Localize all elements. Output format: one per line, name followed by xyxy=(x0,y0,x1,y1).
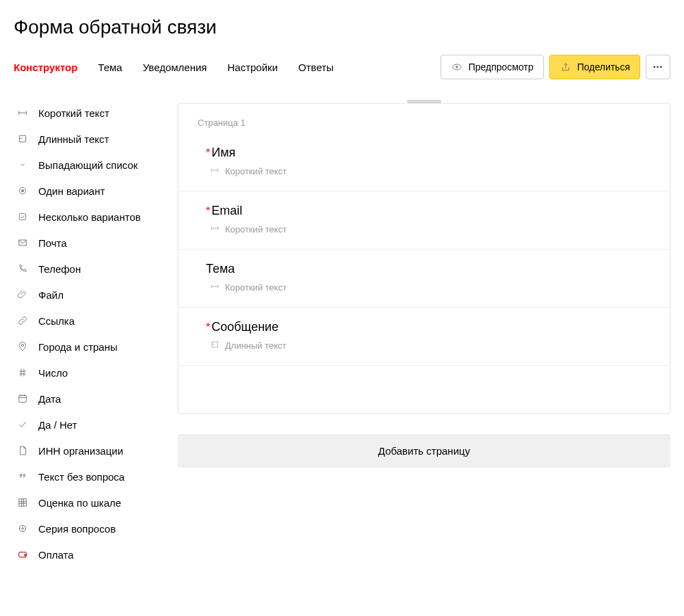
sidebar-item-file[interactable]: Файл xyxy=(14,282,157,308)
field-label: Тема xyxy=(206,262,235,276)
check-icon xyxy=(16,418,29,431)
link-icon xyxy=(16,314,29,327)
tab-constructor[interactable]: Конструктор xyxy=(14,62,77,73)
main-tabs: Конструктор Тема Уведомления Настройки О… xyxy=(14,62,419,73)
share-button[interactable]: Поделиться xyxy=(549,55,640,79)
quote-icon xyxy=(16,470,29,483)
long-text-icon xyxy=(16,133,29,145)
required-marker: * xyxy=(206,321,210,333)
document-icon xyxy=(16,444,29,457)
preview-button[interactable]: Предпросмотр xyxy=(440,55,544,79)
field-label: Имя xyxy=(211,146,235,159)
form-title: Форма обратной связи xyxy=(14,0,670,49)
sidebar-item-label: Файл xyxy=(38,289,64,301)
series-icon xyxy=(16,522,29,535)
sidebar-item-mail[interactable]: Почта xyxy=(14,230,157,256)
svg-point-10 xyxy=(22,528,24,530)
tab-answers[interactable]: Ответы xyxy=(298,62,334,73)
sidebar-item-short-text[interactable]: Короткий текст xyxy=(14,100,157,126)
sidebar-item-label: Серия вопросов xyxy=(38,523,116,535)
sidebar-item-scale[interactable]: Оценка по шкале xyxy=(14,490,157,515)
required-marker: * xyxy=(206,147,210,159)
field-row[interactable]: *Имя Короткий текст xyxy=(179,133,670,191)
radio-icon xyxy=(16,185,29,197)
field-type-label: Короткий текст xyxy=(225,166,287,176)
preview-label: Предпросмотр xyxy=(469,62,534,72)
sidebar-item-multi-choice[interactable]: Несколько вариантов xyxy=(14,204,157,230)
long-text-icon xyxy=(210,340,220,351)
field-label: Email xyxy=(211,204,242,217)
sidebar-item-label: Города и страны xyxy=(38,341,118,353)
share-label: Поделиться xyxy=(577,62,630,72)
more-icon: ··· xyxy=(653,62,663,72)
sidebar-item-cities[interactable]: Города и страны xyxy=(14,334,157,360)
sidebar-item-label: Дата xyxy=(38,393,61,405)
sidebar-item-label: ИНН организации xyxy=(38,445,123,457)
tab-settings[interactable]: Настройки xyxy=(227,62,278,73)
sidebar-item-label: Один вариант xyxy=(38,185,105,197)
sidebar-item-series[interactable]: Серия вопросов xyxy=(14,515,157,541)
short-text-icon xyxy=(16,107,29,119)
field-row[interactable]: Тема Короткий текст xyxy=(179,249,670,307)
page-card: Страница 1 *Имя Короткий текст *Email Ко… xyxy=(178,103,670,414)
phone-icon xyxy=(16,263,29,275)
svg-point-1 xyxy=(456,66,458,68)
svg-point-6 xyxy=(21,344,23,346)
sidebar-item-label: Оценка по шкале xyxy=(38,497,121,509)
sidebar-item-label: Несколько вариантов xyxy=(38,211,141,223)
mail-icon xyxy=(16,237,29,249)
svg-point-9 xyxy=(19,525,25,531)
question-type-sidebar: Короткий текст Длинный текст Выпадающий … xyxy=(14,100,157,567)
sidebar-item-text-no-question[interactable]: Текст без вопроса xyxy=(14,464,157,490)
sidebar-item-single-choice[interactable]: Один вариант xyxy=(14,178,157,204)
sidebar-item-long-text[interactable]: Длинный текст xyxy=(14,126,157,152)
sidebar-item-label: Да / Нет xyxy=(38,419,77,431)
card-drop-area[interactable] xyxy=(179,365,670,413)
sidebar-item-label: Ссылка xyxy=(38,315,75,327)
svg-rect-4 xyxy=(19,213,25,219)
eye-icon xyxy=(451,61,463,73)
sidebar-item-label: Длинный текст xyxy=(38,133,109,145)
sidebar-item-inn[interactable]: ИНН организации xyxy=(14,438,157,464)
sidebar-item-label: Текст без вопроса xyxy=(38,471,124,483)
sidebar-item-phone[interactable]: Телефон xyxy=(14,256,157,282)
field-type-label: Короткий текст xyxy=(225,224,287,235)
sidebar-item-label: Телефон xyxy=(38,263,81,275)
sidebar-item-yesno[interactable]: Да / Нет xyxy=(14,412,157,438)
add-page-button[interactable]: Добавить страницу xyxy=(178,434,670,468)
field-type-label: Короткий текст xyxy=(225,282,287,293)
svg-rect-7 xyxy=(19,395,27,402)
wallet-icon xyxy=(16,548,29,561)
svg-rect-8 xyxy=(19,499,27,507)
sidebar-item-number[interactable]: Число xyxy=(14,360,157,386)
sidebar-item-label: Число xyxy=(38,367,68,379)
hash-icon xyxy=(16,366,29,379)
tab-theme[interactable]: Тема xyxy=(98,62,122,73)
checkbox-icon xyxy=(16,211,29,223)
dropdown-icon xyxy=(16,159,29,171)
sidebar-item-dropdown[interactable]: Выпадающий список xyxy=(14,152,157,178)
sidebar-item-label: Почта xyxy=(38,237,67,249)
pin-icon xyxy=(16,340,29,353)
grid-icon xyxy=(16,496,29,509)
sidebar-item-label: Короткий текст xyxy=(38,107,109,119)
calendar-icon xyxy=(16,392,29,405)
tab-notifications[interactable]: Уведомления xyxy=(143,62,207,73)
sidebar-item-date[interactable]: Дата xyxy=(14,386,157,412)
svg-rect-5 xyxy=(19,240,27,245)
page-label: Страница 1 xyxy=(179,104,670,133)
field-row[interactable]: *Email Короткий текст xyxy=(179,191,670,249)
svg-point-3 xyxy=(21,189,24,192)
short-text-icon xyxy=(210,165,220,177)
paperclip-icon xyxy=(16,289,29,301)
field-type-label: Длинный текст xyxy=(225,340,287,351)
required-marker: * xyxy=(206,205,210,217)
sidebar-item-payment[interactable]: Оплата xyxy=(14,541,157,567)
field-label: Сообщение xyxy=(211,320,278,334)
field-row[interactable]: *Сообщение Длинный текст xyxy=(179,307,670,365)
sidebar-item-link[interactable]: Ссылка xyxy=(14,308,157,334)
short-text-icon xyxy=(210,224,220,235)
more-button[interactable]: ··· xyxy=(646,55,670,79)
sidebar-item-label: Выпадающий список xyxy=(38,159,137,171)
short-text-icon xyxy=(210,282,220,293)
